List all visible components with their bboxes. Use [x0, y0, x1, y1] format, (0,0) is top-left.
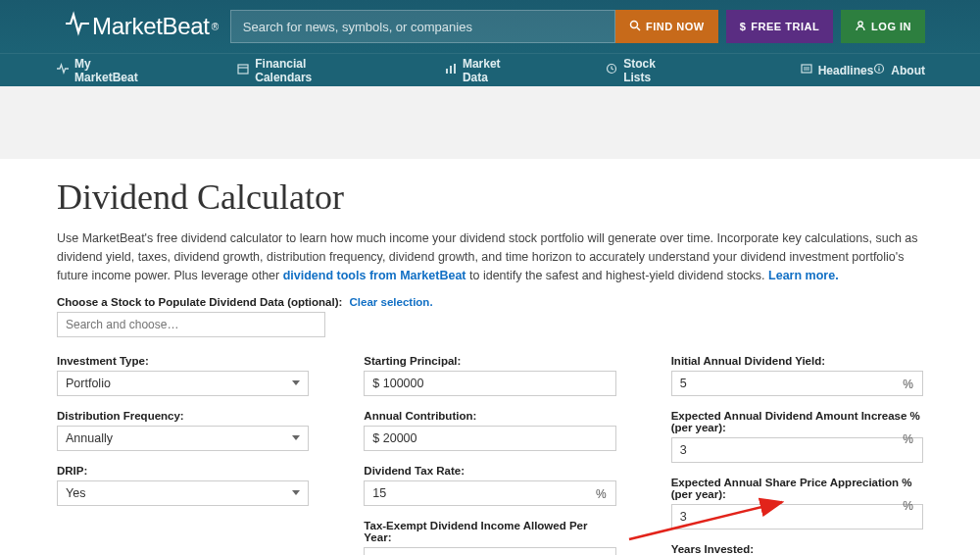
- field-distribution-frequency: Distribution Frequency: Annually: [57, 410, 309, 451]
- choose-stock-label: Choose a Stock to Populate Dividend Data…: [57, 296, 923, 308]
- main-content: Dividend Calculator Use MarketBeat's fre…: [0, 159, 980, 555]
- nav-financial-calendars[interactable]: Financial Calendars: [237, 57, 361, 84]
- expected-share-appreciation-input[interactable]: [671, 504, 923, 530]
- field-expected-div-increase: Expected Annual Dividend Amount Increase…: [671, 410, 923, 463]
- logo[interactable]: MarketBeat®: [8, 11, 219, 42]
- clear-selection-link[interactable]: Clear selection.: [350, 296, 433, 308]
- nav-my-marketbeat[interactable]: My MarketBeat: [57, 57, 153, 84]
- svg-rect-7: [454, 64, 456, 74]
- main-nav: My MarketBeat Financial Calendars Market…: [0, 53, 980, 86]
- svg-line-1: [637, 27, 640, 30]
- svg-point-13: [879, 66, 880, 67]
- field-tax-exempt: Tax-Exempt Dividend Income Allowed Per Y…: [364, 520, 615, 555]
- investment-type-select[interactable]: Portfolio: [57, 371, 309, 396]
- pulse-icon: [65, 11, 90, 42]
- news-icon: [801, 63, 812, 77]
- expected-div-increase-input[interactable]: [671, 437, 923, 463]
- learn-more-link[interactable]: Learn more.: [768, 269, 839, 282]
- svg-point-2: [858, 22, 862, 25]
- svg-rect-5: [446, 69, 448, 74]
- svg-rect-6: [450, 66, 452, 74]
- annual-contribution-input[interactable]: [364, 426, 615, 451]
- logo-text: MarketBeat: [92, 13, 210, 40]
- field-expected-share-appreciation: Expected Annual Share Price Appreciation…: [671, 477, 923, 530]
- drip-select[interactable]: Yes: [57, 480, 309, 506]
- calendar-icon: [237, 63, 249, 77]
- info-icon: [873, 63, 885, 77]
- field-initial-yield: Initial Annual Dividend Yield: %: [671, 355, 923, 396]
- initial-yield-input[interactable]: [671, 371, 923, 396]
- nav-about[interactable]: About: [873, 63, 925, 77]
- tax-exempt-input[interactable]: [364, 547, 615, 555]
- bar-chart-icon: [445, 63, 457, 77]
- header: MarketBeat® FIND NOW $ FREE TRIAL LOG IN: [0, 0, 980, 53]
- field-years-invested: Years Invested:: [671, 543, 923, 555]
- search-input[interactable]: [230, 10, 615, 43]
- intro-paragraph: Use MarketBeat's free dividend calculato…: [57, 229, 923, 284]
- nav-market-data[interactable]: Market Data: [445, 57, 525, 84]
- free-trial-button[interactable]: $ FREE TRIAL: [726, 10, 833, 43]
- field-annual-contribution: Annual Contribution:: [364, 410, 615, 451]
- field-investment-type: Investment Type: Portfolio: [57, 355, 309, 396]
- svg-rect-3: [238, 65, 248, 74]
- search-bar: FIND NOW: [230, 10, 718, 43]
- login-button[interactable]: LOG IN: [841, 10, 925, 43]
- nav-stock-lists[interactable]: Stock Lists: [606, 57, 682, 84]
- dividend-tax-rate-input[interactable]: [364, 480, 615, 506]
- stock-search-input[interactable]: [57, 312, 325, 337]
- nav-headlines[interactable]: Headlines: [801, 63, 874, 77]
- banner-placeholder: [0, 86, 980, 159]
- user-icon: [855, 20, 866, 33]
- dollar-icon: $: [740, 21, 747, 32]
- field-dividend-tax-rate: Dividend Tax Rate: %: [364, 465, 615, 506]
- starting-principal-input[interactable]: [364, 371, 615, 396]
- field-starting-principal: Starting Principal:: [364, 355, 615, 396]
- page-title: Dividend Calculator: [57, 177, 923, 218]
- search-icon: [629, 20, 641, 33]
- pulse-small-icon: [57, 63, 69, 77]
- clock-icon: [606, 63, 617, 77]
- distribution-frequency-select[interactable]: Annually: [57, 426, 309, 451]
- find-now-button[interactable]: FIND NOW: [615, 10, 718, 43]
- field-drip: DRIP: Yes: [57, 465, 309, 506]
- dividend-tools-link[interactable]: dividend tools from MarketBeat: [283, 269, 466, 282]
- form-grid: Investment Type: Portfolio Distribution …: [57, 355, 923, 555]
- svg-point-0: [631, 22, 638, 28]
- svg-rect-9: [802, 65, 811, 73]
